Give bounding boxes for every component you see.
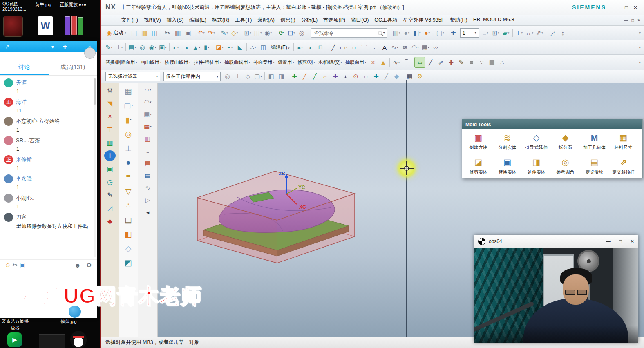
clock-icon[interactable]: ◷ [104,176,116,187]
tool-group-dropdown[interactable]: 抽取面用 [344,59,368,65]
floating-badge[interactable] [84,47,96,59]
view-section-icon[interactable]: ⊞ [243,28,253,38]
transform-icon[interactable]: × [104,111,116,122]
points-set-icon[interactable]: ∵ [476,57,487,67]
mold-tool-button[interactable]: ◨ 延伸实体 [522,157,551,175]
diagonal-arrow-icon[interactable]: ⇗ [436,57,446,67]
snap-cross-icon[interactable]: ✚ [371,71,381,82]
tool-group-dropdown[interactable]: 补面专用 [252,59,276,65]
winrar-icon[interactable] [65,16,83,35]
menu-item[interactable]: 分析(L) [298,17,320,24]
mold-tool-button[interactable]: M 加工几何体 [580,132,609,151]
start-menu-button[interactable]: ◉ 启动 [104,29,129,37]
cylinder-icon[interactable]: ▮ [201,42,212,53]
doc-minimize-button[interactable]: — [624,18,628,22]
search-caret-icon[interactable]: ▾ [383,31,385,35]
orient-cube-icon[interactable]: ◧ [412,28,422,38]
orange-cylinder-icon[interactable]: ▮ [122,113,135,126]
snap-slash-icon[interactable]: ╱ [381,71,391,82]
render-ball-icon[interactable]: ● [422,28,432,38]
block-icon[interactable]: ▣ [158,42,168,53]
sew-icon[interactable]: ∾ [431,42,441,53]
list-item[interactable]: SR....苦茶 1 [4,136,93,152]
desktop-icon-label[interactable]: 修剪.jpg [60,319,77,324]
pattern-icon[interactable]: ∴ [248,42,258,53]
roadmap-icon[interactable]: ◥ [104,98,116,109]
command-search-input[interactable] [313,30,377,36]
qq-titlebar[interactable]: ↗ ▾✚—× [0,41,97,52]
mold-tool-button[interactable]: ◇ 引导式延伸 [522,132,551,151]
minimize-icon[interactable]: — [73,42,81,51]
mirror-icon[interactable]: ◫ [258,42,268,53]
distance-icon[interactable]: ↔ [524,28,534,38]
object-display-icon[interactable]: ▰ [501,28,511,38]
wrench-icon[interactable]: ⚙ [415,71,425,82]
arrows-cross-icon[interactable]: ↕ [558,28,568,38]
grid-table-icon[interactable]: ▦ [405,71,415,82]
ruler-icon[interactable]: ◿ [548,28,558,38]
menu-item[interactable]: 装配(A) [255,17,277,24]
nx-titlebar[interactable]: NX 十三年经验挚心育人，引领NX技术前沿，用刀路编制梦想轨迹，主讲人：耀白老师… [101,0,644,15]
obs-minimize-button[interactable]: — [606,239,611,244]
map-book-icon[interactable]: ▤ [122,213,135,226]
pen-icon[interactable]: ✎ [104,190,116,200]
maximize-button[interactable]: □ [622,4,631,11]
line-icon[interactable]: ╱ [329,42,339,53]
bar-chart-icon[interactable]: ▥ [104,137,116,148]
share-icon[interactable]: ↗ [3,42,11,51]
sketch-icon[interactable]: ✎ [219,28,230,38]
snap-violet-icon[interactable]: ✚ [330,71,340,82]
snap-plus-icon[interactable]: + [340,71,351,82]
mold-tool-button[interactable]: ⇗ 定义斜顶杆 [609,157,638,175]
paste-icon[interactable]: ▣ [183,28,193,38]
tool-group-dropdown[interactable]: 求和/缝/交 [317,59,344,65]
subtract-icon[interactable]: ◑ [181,42,191,53]
move-cross-icon[interactable]: ✚ [289,71,300,82]
mesh-icon[interactable]: ▦ [420,42,431,53]
menu-item[interactable]: 视图(V) [141,17,164,24]
unite-icon[interactable]: ◐ [171,42,181,53]
desktop-icon-label[interactable]: 放器 [11,326,20,331]
menu-item[interactable]: 格式(R) [209,17,232,24]
snapshot-icon[interactable]: ◉ [263,28,273,38]
mold-tool-button[interactable]: ▤ 定义滑块 [580,157,609,175]
solid-cube-icon[interactable]: ◧ [266,71,276,82]
add-member-icon[interactable]: ☻ [74,261,81,269]
menu-item[interactable]: 工具(T) [232,17,255,24]
layer-settings-icon[interactable]: ≡ [481,28,491,38]
coil-ring-icon[interactable]: ◎ [122,127,135,141]
tsquare-icon[interactable]: ⊤ [104,124,116,135]
list-item[interactable]: 正 米修斯 1 [4,155,93,171]
four-plane-icon[interactable]: ▱ [142,85,154,95]
scale-combo[interactable]: 1▾ [460,28,479,38]
datum-plane-icon[interactable]: ◇ [230,28,240,38]
slash-orange-icon[interactable]: ╱ [300,71,310,82]
named-view-icon[interactable]: ◫ [253,28,263,38]
line-angled-icon[interactable]: ╱ [425,57,436,67]
menu-item[interactable]: 插入(S) [164,17,187,24]
refresh-icon[interactable]: ⟳ [276,28,286,38]
obs-close-button[interactable]: ✕ [630,239,634,244]
arc-icon[interactable]: ⌒ [359,42,369,53]
tab[interactable]: 讨论 [0,60,49,75]
mold-tool-button[interactable]: ◆ 拆分面 [551,132,580,151]
redo-icon[interactable]: ↷ [206,28,217,38]
list-item[interactable]: 小闹心。 1 [4,194,93,210]
red-grid-icon[interactable]: ▥ [142,134,154,144]
menu-item[interactable]: 信息(I) [277,17,298,24]
text-tool-icon[interactable]: A [380,42,390,53]
snap-mid-icon[interactable]: ⊥ [233,71,243,82]
gold-dots-icon[interactable]: ∴ [122,199,135,212]
slash-green-icon[interactable]: ╱ [310,71,320,82]
mesh-surface-icon[interactable]: ▦ [142,109,154,120]
cross-plus-icon[interactable]: ✚ [446,57,456,67]
wave-link-icon[interactable]: ∞ [414,57,425,68]
funnel-icon[interactable]: ▽ [122,185,135,198]
image-icon[interactable]: ▣ [19,261,26,269]
lasso-icon[interactable]: ▢ [253,71,263,82]
green-tile-icon[interactable]: ▣ [104,163,116,174]
search-icon[interactable] [378,31,382,35]
save-icon[interactable]: ◫ [150,28,160,38]
menu-item[interactable]: GC工具箱 [371,17,400,24]
gold-stack-icon[interactable]: ≡ [122,170,135,183]
